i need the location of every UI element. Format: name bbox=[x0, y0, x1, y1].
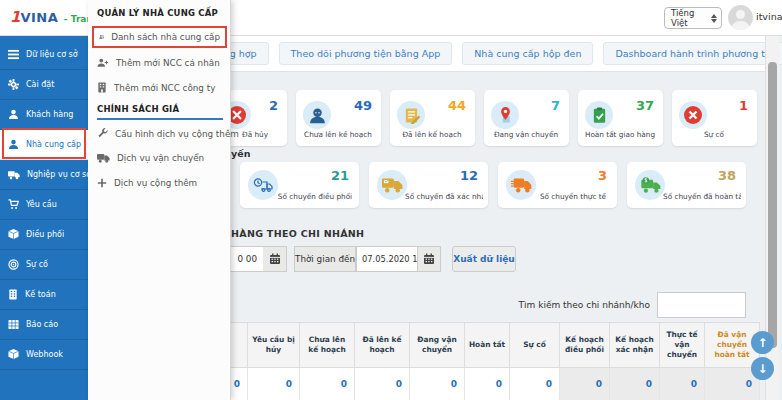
stat-card-dang-van-chuyen: 7 Đang vận chuyển bbox=[484, 90, 569, 146]
scroll-to-bottom-button[interactable]: ↓ bbox=[751, 357, 774, 380]
gear-icon bbox=[8, 79, 19, 90]
sidebar-item-du-lieu-co-so[interactable]: Dữ liệu cơ sở bbox=[0, 40, 88, 70]
branch-stats-table: Tổng yêu cầu Yêu cầu bị hủy Chưa lên kế … bbox=[150, 322, 760, 400]
table-header-row: Tổng yêu cầu Yêu cầu bị hủy Chưa lên kế … bbox=[150, 322, 760, 368]
flyout-title: QUẢN LÝ NHÀ CUNG CẤP bbox=[97, 8, 218, 18]
app-logo[interactable]: 1VINA - Trans bbox=[10, 7, 98, 26]
branch-search-label: Tìm kiếm theo chi nhánh/kho bbox=[450, 300, 650, 310]
supplier-flyout-menu: QUẢN LÝ NHÀ CUNG CẤP Danh sách nhà cung … bbox=[88, 0, 231, 400]
tab-theo-doi-phuong-tien[interactable]: Theo dõi phương tiện bằng App bbox=[279, 42, 453, 65]
stat-card-hoan-tat-giao-hang: 37 Hoàn tất giao hàng bbox=[578, 90, 663, 146]
stat-value: 44 bbox=[448, 98, 466, 113]
stat-value: 49 bbox=[354, 98, 372, 113]
stat-card-so-chuyen-da-xac-nhan: 12 Số chuyến đã xác nhận bbox=[369, 162, 488, 208]
export-data-button[interactable]: Xuất dữ liệu bbox=[452, 246, 516, 272]
table-cell: 0 bbox=[248, 368, 300, 400]
language-select[interactable]: Tiếng Việt bbox=[664, 7, 722, 29]
sidebar-item-webhook[interactable]: Webhook bbox=[0, 340, 88, 370]
column-header[interactable]: Yêu cầu bị hủy bbox=[248, 322, 300, 368]
box-icon bbox=[8, 229, 19, 240]
person-icon bbox=[728, 5, 753, 30]
tab-nha-cung-cap-hop-den[interactable]: Nhà cung cấp hộp đen bbox=[462, 42, 593, 65]
user-avatar[interactable] bbox=[728, 5, 753, 30]
sidebar-item-cai-dat[interactable]: Cài đặt bbox=[0, 70, 88, 100]
stat-label: Đang vận chuyển bbox=[486, 130, 566, 139]
user-plus-icon bbox=[97, 58, 109, 68]
stat-card-su-co: 1 Sự cố bbox=[672, 90, 757, 146]
wrench-icon bbox=[97, 128, 108, 139]
scrollbar-thumb[interactable] bbox=[768, 62, 777, 348]
flyout-pricing-title: CHÍNH SÁCH GIÁ bbox=[97, 104, 179, 114]
stat-value: 21 bbox=[331, 168, 349, 183]
scroll-to-top-button[interactable]: ↑ bbox=[751, 331, 774, 354]
table-cell: 0 bbox=[355, 368, 410, 400]
arrow-down-icon: ↓ bbox=[757, 362, 767, 376]
sidebar-item-su-co[interactable]: Sự cố bbox=[0, 250, 88, 280]
building-icon bbox=[97, 82, 107, 93]
stat-label: Số chuyến thực tế bbox=[534, 192, 612, 201]
section-divider bbox=[97, 118, 223, 120]
user-menu[interactable]: itvina bbox=[756, 11, 782, 22]
column-header[interactable]: Thực tế vận chuyển bbox=[660, 322, 705, 368]
stat-value: 1 bbox=[739, 98, 748, 113]
pencil-document-icon bbox=[403, 107, 420, 124]
stat-label: Chưa lên kế hoạch bbox=[298, 130, 378, 139]
stat-label: Số chuyến đã hoàn tất bbox=[663, 192, 741, 201]
branch-search-input[interactable] bbox=[657, 292, 746, 318]
sidebar-item-dieu-phoi[interactable]: Điều phối bbox=[0, 220, 88, 250]
table-cell: 0 bbox=[300, 368, 355, 400]
stat-value: 7 bbox=[551, 98, 560, 113]
sidebar-item-ke-toan[interactable]: Kế toán bbox=[0, 280, 88, 310]
column-header[interactable]: Kế hoạch xác nhận bbox=[610, 322, 660, 368]
date-from-calendar-button[interactable] bbox=[263, 246, 287, 272]
stat-label: Số chuyến đã xác nhận bbox=[405, 192, 483, 201]
date-to-input[interactable] bbox=[356, 246, 418, 272]
language-select-value: Tiếng Việt bbox=[671, 8, 711, 28]
section-heading-chuyen-fragment: yến bbox=[231, 148, 250, 159]
stat-value: 37 bbox=[636, 98, 654, 113]
box-icon bbox=[8, 349, 19, 360]
x-circle-icon bbox=[683, 105, 703, 125]
cart-icon bbox=[8, 199, 19, 210]
arrow-up-icon: ↑ bbox=[757, 336, 767, 350]
stat-card-da-len-ke-hoach: 44 Đã lên kế hoạch bbox=[390, 90, 475, 146]
truck-icon bbox=[8, 170, 20, 180]
column-header[interactable]: Kế hoạch điều phối bbox=[560, 322, 610, 368]
table-row: 0 0 0 0 0 0 0 0 0 0 0 bbox=[150, 368, 760, 400]
sidebar-item-nha-cung-cap[interactable]: Nhà cung cấp bbox=[0, 130, 88, 160]
column-header[interactable]: Sự cố bbox=[510, 322, 560, 368]
stat-label: Hoàn tất giao hàng bbox=[580, 130, 660, 139]
menu-item-them-moi-ncc-ca-nhan[interactable]: Thêm mới NCC cá nhân bbox=[97, 58, 220, 68]
column-header[interactable]: Đang vận chuyển bbox=[410, 322, 465, 368]
person-face-icon bbox=[309, 107, 326, 124]
user-icon bbox=[8, 109, 19, 120]
select-spinner-icon bbox=[711, 14, 717, 23]
user-icon bbox=[8, 139, 19, 150]
date-to-label: Thời gian đến bbox=[294, 246, 356, 272]
stat-card-so-chuyen-thuc-te: 3 Số chuyến thực tế bbox=[498, 162, 617, 208]
stat-label: Đã lên kế hoạch bbox=[392, 130, 472, 139]
branch-section-title: HÀNG THEO CHI NHÁNH bbox=[231, 228, 364, 239]
stat-value: 2 bbox=[269, 98, 278, 113]
column-header[interactable]: Hoàn tất bbox=[465, 322, 510, 368]
sidebar-item-yeu-cau[interactable]: Yêu cầu bbox=[0, 190, 88, 220]
users-icon bbox=[99, 32, 104, 42]
app-window: 1VINA - Trans Tiếng Việt itvina Dữ liệu … bbox=[0, 0, 782, 400]
menu-item-dich-vu-cong-them[interactable]: Dịch vụ cộng thêm bbox=[97, 178, 197, 188]
tab-dashboard-hanh-trinh[interactable]: Dashboard hành trình phương tiện bbox=[603, 42, 782, 65]
menu-item-dich-vu-van-chuyen[interactable]: Dịch vụ vận chuyển bbox=[97, 153, 204, 163]
clipboard-check-icon bbox=[591, 107, 608, 124]
sidebar-item-khach-hang[interactable]: Khách hàng bbox=[0, 100, 88, 130]
column-header[interactable]: Đã lên kế hoạch bbox=[355, 322, 410, 368]
calendar-icon bbox=[423, 253, 435, 265]
sidebar-item-bao-cao[interactable]: Báo cáo bbox=[0, 310, 88, 340]
column-header[interactable]: Chưa lên kế hoạch bbox=[300, 322, 355, 368]
menu-item-cau-hinh-dich-vu-cong-them[interactable]: Cấu hình dịch vụ cộng thêm bbox=[97, 128, 239, 139]
truck-clock-icon bbox=[253, 177, 273, 193]
date-to-calendar-button[interactable] bbox=[418, 246, 441, 272]
sidebar-item-nghiep-vu-co-so[interactable]: Nghiệp vụ cơ sở bbox=[0, 160, 88, 190]
menu-item-them-moi-ncc-cong-ty[interactable]: Thêm mới NCC công ty bbox=[97, 82, 215, 93]
building-icon bbox=[8, 289, 18, 300]
stat-value: 38 bbox=[718, 168, 736, 183]
menu-item-danh-sach-nha-cung-cap[interactable]: Danh sách nhà cung cấp bbox=[92, 26, 227, 48]
